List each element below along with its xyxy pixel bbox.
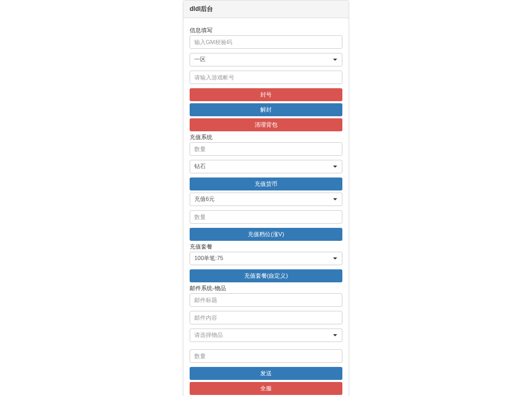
recharge-qty2-input[interactable]	[190, 210, 342, 224]
panel-title: dldl后台	[183, 1, 349, 18]
section-recharge: 充值系统	[190, 133, 342, 141]
section-info: 信息填写	[190, 26, 342, 34]
mail-item-select-value: 请选择物品	[190, 329, 342, 342]
section-package: 充值套餐	[190, 243, 342, 251]
ban-button[interactable]: 封号	[190, 88, 342, 101]
account-input[interactable]	[190, 71, 342, 84]
mail-allserver-button[interactable]: 全服	[190, 382, 342, 395]
currency-select-value: 钻石	[190, 160, 342, 173]
recharge-rank-button[interactable]: 充值档位(涨V)	[190, 228, 342, 241]
recharge-qty-input[interactable]	[190, 142, 342, 156]
currency-select[interactable]: 钻石	[190, 160, 342, 173]
admin-panel: dldl后台 信息填写 一区 封号 解封 清理背包 充值系统 钻石 充值货币 充…	[183, 0, 349, 396]
mail-send-button[interactable]: 发送	[190, 367, 342, 380]
mail-qty-input[interactable]	[190, 349, 342, 363]
zone-select-value: 一区	[190, 53, 342, 66]
mail-item-select[interactable]: 请选择物品	[190, 329, 342, 342]
zone-select[interactable]: 一区	[190, 53, 342, 66]
package-select[interactable]: 100单笔:75	[190, 252, 342, 265]
gm-code-input[interactable]	[190, 35, 342, 49]
clear-bag-button[interactable]: 清理背包	[190, 118, 342, 131]
unban-button[interactable]: 解封	[190, 103, 342, 116]
recharge-currency-button[interactable]: 充值货币	[190, 177, 342, 190]
mail-content-input[interactable]	[190, 311, 342, 324]
section-mail: 邮件系统-物品	[190, 284, 342, 292]
recharge-package-button[interactable]: 充值套餐(自定义)	[190, 269, 342, 282]
tier-select[interactable]: 充值6元	[190, 193, 342, 206]
panel-body: 信息填写 一区 封号 解封 清理背包 充值系统 钻石 充值货币 充值6元 充值档…	[183, 18, 349, 396]
tier-select-value: 充值6元	[190, 193, 342, 206]
package-select-value: 100单笔:75	[190, 252, 342, 265]
mail-title-input[interactable]	[190, 293, 342, 307]
